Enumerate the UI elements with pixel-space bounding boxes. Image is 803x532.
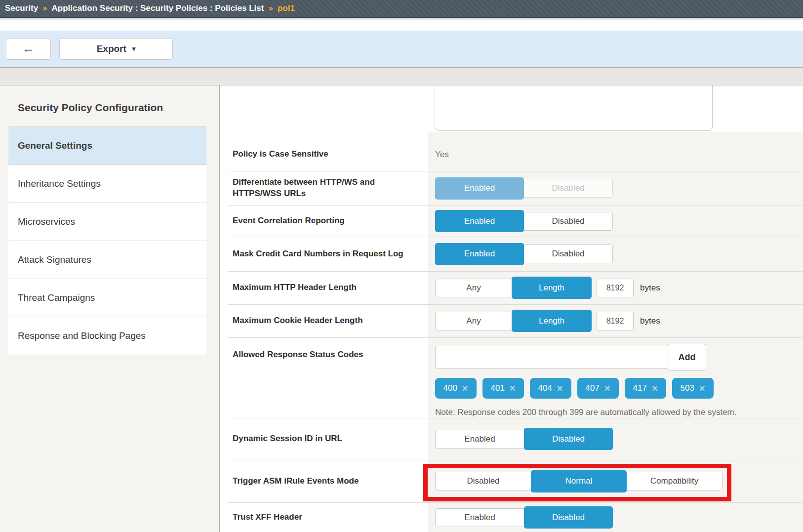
toolbar: ← Export ▾ bbox=[0, 31, 803, 68]
row-case-sensitive: Policy is Case Sensitive Yes bbox=[220, 138, 803, 171]
trust-xff-enabled-option[interactable]: Enabled bbox=[435, 508, 524, 527]
chip-label: 407 bbox=[586, 383, 600, 393]
sidebar-item-threat-campaigns[interactable]: Threat Campaigns bbox=[8, 279, 206, 317]
dynamic-session-disabled-option[interactable]: Disabled bbox=[524, 428, 613, 450]
breadcrumb-separator-icon: » bbox=[38, 3, 51, 13]
sidebar-item-inheritance-settings[interactable]: Inheritance Settings bbox=[8, 165, 206, 203]
setting-label: Maximum HTTP Header Length bbox=[220, 271, 428, 304]
status-code-chip-400[interactable]: 400 ✕ bbox=[435, 378, 477, 399]
max-http-header-toggle: Any Length bbox=[435, 277, 592, 299]
chevron-down-icon: ▾ bbox=[132, 45, 136, 52]
row-differentiate-urls: Differentiate between HTTP/WS and HTTPS/… bbox=[220, 171, 803, 205]
row-mask-ccn: Mask Credit Card Numbers in Request Log … bbox=[220, 237, 803, 271]
max-http-header-unit: bytes bbox=[640, 283, 660, 293]
status-code-input[interactable] bbox=[435, 346, 668, 368]
add-button-label: Add bbox=[679, 352, 696, 363]
trigger-irule-disabled-option[interactable]: Disabled bbox=[435, 472, 531, 491]
dynamic-session-enabled-option[interactable]: Enabled bbox=[435, 430, 524, 449]
export-button-label: Export bbox=[97, 43, 126, 54]
status-code-chip-401[interactable]: 401 ✕ bbox=[482, 378, 524, 399]
row-max-http-header: Maximum HTTP Header Length Any Length by… bbox=[220, 271, 803, 304]
differentiate-toggle: Enabled Disabled bbox=[435, 177, 613, 200]
sidebar-item-attack-signatures[interactable]: Attack Signatures bbox=[8, 241, 206, 279]
setting-label: Event Correlation Reporting bbox=[220, 205, 428, 237]
status-code-chips: 400 ✕ 401 ✕ 404 ✕ bbox=[435, 378, 736, 399]
breadcrumb-separator-icon: » bbox=[264, 3, 277, 13]
max-cookie-header-length-input[interactable] bbox=[597, 312, 634, 330]
max-http-header-any-option[interactable]: Any bbox=[435, 279, 512, 297]
setting-label: Trust XFF Header bbox=[220, 502, 428, 532]
setting-label: Trigger ASM iRule Events Mode bbox=[220, 460, 428, 502]
trigger-irule-normal-option[interactable]: Normal bbox=[531, 470, 627, 492]
setting-label: Mask Credit Card Numbers in Request Log bbox=[220, 237, 428, 271]
breadcrumb-current-policy: pol1 bbox=[278, 3, 295, 13]
add-status-code-button[interactable]: Add bbox=[668, 344, 706, 370]
max-cookie-header-any-option[interactable]: Any bbox=[435, 312, 512, 330]
sidebar-item-microservices[interactable]: Microservices bbox=[8, 203, 206, 241]
trigger-irule-compatibility-option[interactable]: Compatibility bbox=[627, 472, 723, 491]
back-arrow-icon: ← bbox=[22, 41, 35, 56]
status-codes-note: Note: Response codes 200 through 399 are… bbox=[435, 408, 736, 417]
sidebar-item-response-blocking-pages[interactable]: Response and Blocking Pages bbox=[8, 317, 206, 355]
trust-xff-toggle: Enabled Disabled bbox=[435, 506, 613, 529]
row-dynamic-session: Dynamic Session ID in URL Enabled Disabl… bbox=[220, 418, 803, 460]
event-correlation-toggle: Enabled Disabled bbox=[435, 210, 613, 232]
back-button[interactable]: ← bbox=[6, 38, 51, 60]
remove-code-icon[interactable]: ✕ bbox=[651, 384, 658, 393]
scrolled-off-field[interactable] bbox=[435, 85, 713, 131]
sidebar-item-label: Attack Signatures bbox=[18, 254, 91, 265]
remove-code-icon[interactable]: ✕ bbox=[557, 384, 563, 393]
chip-label: 404 bbox=[538, 383, 552, 393]
remove-code-icon[interactable]: ✕ bbox=[509, 384, 516, 393]
status-code-chip-417[interactable]: 417 ✕ bbox=[625, 378, 666, 399]
breadcrumb-root[interactable]: Security bbox=[5, 3, 38, 13]
differentiate-enabled-option[interactable]: Enabled bbox=[435, 177, 524, 200]
setting-label: Differentiate between HTTP/WS and HTTPS/… bbox=[220, 171, 428, 205]
setting-label: Maximum Cookie Header Length bbox=[220, 304, 428, 337]
event-correlation-disabled-option[interactable]: Disabled bbox=[524, 212, 613, 231]
sidebar-item-label: Microservices bbox=[18, 216, 75, 227]
event-correlation-enabled-option[interactable]: Enabled bbox=[435, 210, 524, 232]
sidebar-item-label: General Settings bbox=[18, 140, 92, 151]
main-area: Security Policy Configuration General Se… bbox=[0, 85, 803, 532]
setting-label: Policy is Case Sensitive bbox=[220, 138, 428, 171]
remove-code-icon[interactable]: ✕ bbox=[462, 384, 468, 393]
sidebar-title: Security Policy Configuration bbox=[18, 102, 219, 114]
status-code-chip-407[interactable]: 407 ✕ bbox=[577, 378, 619, 399]
setting-label: Dynamic Session ID in URL bbox=[220, 418, 428, 460]
row-trigger-irule-mode: Trigger ASM iRule Events Mode Disabled N… bbox=[220, 460, 803, 502]
breadcrumb-path: Application Security : Security Policies… bbox=[52, 3, 264, 13]
row-max-cookie-header: Maximum Cookie Header Length Any Length … bbox=[220, 304, 803, 337]
max-cookie-header-length-option[interactable]: Length bbox=[512, 310, 592, 332]
status-code-chip-404[interactable]: 404 ✕ bbox=[530, 378, 571, 399]
max-http-header-length-option[interactable]: Length bbox=[512, 277, 592, 299]
max-cookie-header-unit: bytes bbox=[640, 316, 660, 326]
export-button[interactable]: Export ▾ bbox=[59, 38, 173, 60]
chip-label: 503 bbox=[681, 383, 694, 393]
mask-ccn-toggle: Enabled Disabled bbox=[435, 243, 613, 265]
remove-code-icon[interactable]: ✕ bbox=[699, 384, 705, 393]
remove-code-icon[interactable]: ✕ bbox=[604, 384, 610, 393]
top-gap bbox=[0, 20, 803, 31]
max-cookie-header-toggle: Any Length bbox=[435, 310, 592, 332]
setting-label: Allowed Response Status Codes bbox=[220, 337, 428, 418]
chip-label: 400 bbox=[443, 383, 457, 393]
sidebar-item-label: Response and Blocking Pages bbox=[18, 330, 146, 341]
chip-label: 401 bbox=[491, 383, 505, 393]
chip-label: 417 bbox=[633, 383, 647, 393]
status-code-chip-503[interactable]: 503 ✕ bbox=[672, 378, 714, 399]
differentiate-disabled-option[interactable]: Disabled bbox=[524, 179, 613, 198]
case-sensitive-value: Yes bbox=[435, 150, 449, 160]
settings-panel: Policy is Case Sensitive Yes Differentia… bbox=[220, 85, 803, 532]
mask-ccn-enabled-option[interactable]: Enabled bbox=[435, 243, 524, 265]
max-http-header-length-input[interactable] bbox=[597, 279, 634, 297]
trust-xff-disabled-option[interactable]: Disabled bbox=[524, 506, 613, 529]
sidebar-item-general-settings[interactable]: General Settings bbox=[8, 127, 206, 165]
sidebar: Security Policy Configuration General Se… bbox=[0, 85, 220, 532]
breadcrumb: Security » Application Security : Securi… bbox=[0, 0, 803, 18]
row-trust-xff: Trust XFF Header Enabled Disabled bbox=[220, 502, 803, 532]
row-allowed-status-codes: Allowed Response Status Codes Add 400 bbox=[220, 337, 803, 418]
trigger-irule-toggle: Disabled Normal Compatibility bbox=[435, 470, 723, 492]
mask-ccn-disabled-option[interactable]: Disabled bbox=[524, 245, 613, 263]
settings-rows: Policy is Case Sensitive Yes Differentia… bbox=[220, 138, 803, 532]
